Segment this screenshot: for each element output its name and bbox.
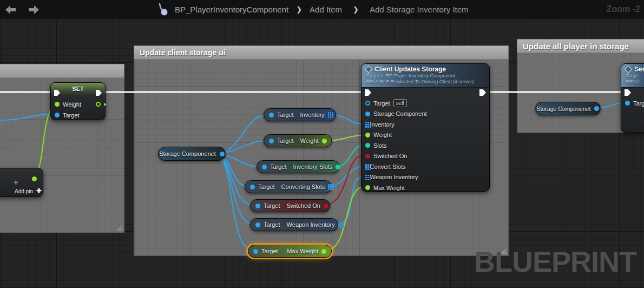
pin-label: Storage Component [373,110,426,117]
pin-row-storage-component: Storage Component [362,109,489,120]
object-pin-icon[interactable] [269,139,274,143]
wire-slots-to-client [337,146,363,167]
add-pin-plus-icon[interactable]: ✚ [36,187,41,194]
array-pin-icon[interactable] [365,164,367,166]
node-subtitle-reliable: RELIABLE Replicated To Owning Client (if… [366,79,485,85]
storage-componenet-variable-node[interactable]: Storage Componenet [158,147,226,161]
output-pin-label: Inventory Slots [293,163,333,170]
function-icon [365,66,372,73]
pin-row-slots: Slots [362,140,489,151]
node-subtitle-target: Targe [626,73,644,79]
pin-label: Inventory [370,121,395,128]
pin-row-weight: Weight [51,99,109,110]
target-pin-label: Target [277,138,294,144]
object-pin-icon[interactable] [269,113,274,117]
breadcrumb-add-storage-inventory-item[interactable]: Add Storage Inventory Item [370,5,469,14]
getter-node-switched-on[interactable]: Target Switched On [250,199,330,212]
chevron-separator-icon: ❯ [296,5,302,14]
float-output-pin-icon[interactable] [322,139,327,143]
add-pin-label[interactable]: Add pin [15,188,33,194]
back-icon[interactable] [5,4,17,15]
int-pin-icon[interactable] [365,143,370,148]
int-output-pin-icon[interactable] [336,165,340,169]
blueprint-graph-canvas[interactable]: Update client storage ui Update all play… [0,0,644,288]
variable-label: Storage Componenet [537,106,591,112]
wire-storage-to-switched-on [217,154,255,206]
float-output-pin-icon[interactable] [321,249,326,254]
node-title: Client Updates Storage [374,66,446,73]
object-pin-icon[interactable] [255,204,260,208]
wire-weight-to-client [326,135,363,141]
exec-out-pin-icon[interactable] [479,89,486,96]
float-pin-icon[interactable] [55,102,60,107]
blueprint-logo-icon [156,3,170,17]
set-weight-node[interactable]: SET Weight Target [50,82,106,120]
output-pin-label: Weapon Inventory [287,221,335,228]
array-pin-icon[interactable] [365,122,367,123]
bool-output-pin-icon[interactable] [324,204,328,208]
pin-row-weapon-inventory: Weapon Inventory [362,172,489,183]
exec-in-pin-icon[interactable] [365,89,371,96]
client-updates-storage-node[interactable]: Client Updates Storage Target is BP Play… [361,63,490,192]
object-pin-icon[interactable] [55,113,60,117]
target-pin-label: Target [261,248,278,254]
output-pin-label: Max Weight [287,248,318,254]
object-pin-icon[interactable] [253,249,258,254]
set-node-title: SET [72,86,83,92]
getter-node-converting-slots[interactable]: Target Converting Slots [245,180,332,193]
node-title: Serve [634,66,644,73]
float-pin-icon[interactable] [365,185,370,190]
pin-label: Switched On [373,153,407,159]
object-pin-icon[interactable] [255,222,260,227]
wire-target-into-set [0,114,52,120]
array-pin-icon[interactable] [328,112,330,114]
server-node[interactable]: Serve Targe RELIA Targe [621,63,644,133]
float-pin-icon[interactable] [365,133,370,138]
pin-row-inventory: Inventory [362,119,489,130]
output-pin-label: Weight [300,138,319,144]
object-pin-icon[interactable] [365,112,370,116]
pin-label: Max Weight [373,185,405,191]
pin-label: Weapon Inventory [370,174,418,180]
storage-componenet-variable-node[interactable]: Storage Componenet [535,102,601,115]
object-self-pin-icon[interactable] [365,101,370,106]
object-output-pin-icon[interactable] [594,106,599,111]
object-pin-icon[interactable] [262,165,267,169]
target-pin-label: Target [264,221,280,228]
target-pin-label: Target [63,112,80,119]
pin-label: Convert Slots [370,163,406,170]
pin-label: Target [373,100,390,107]
getter-node-max-weight[interactable]: Target Max Weight [248,245,332,258]
node-subtitle-reliable: RELIA [626,79,644,85]
object-output-pin-icon[interactable] [220,152,225,156]
object-pin-icon[interactable] [625,101,630,106]
plus-icon: + [14,178,18,187]
function-node-header[interactable]: Client Updates Storage Target is BP Play… [362,64,489,88]
getter-node-inventory[interactable]: Target Inventory [264,108,336,121]
output-pin-label: Inventory [300,112,325,118]
breadcrumb-add-item[interactable]: Add Item [310,5,342,14]
forward-icon[interactable] [28,4,40,15]
float-output-pin-icon[interactable] [96,102,101,107]
pin-row-target: Targe [621,98,644,109]
pin-arrow-icon [104,103,107,106]
array-pin-icon[interactable] [338,222,340,224]
float-output-pin-icon[interactable] [32,176,37,181]
pin-label: Slots [373,142,386,149]
object-pin-icon[interactable] [250,185,255,189]
function-node-header[interactable]: Serve Targe RELIA [621,64,644,88]
output-pin-label: Converting Slots [281,184,325,190]
exec-in-pin-icon[interactable] [625,89,631,96]
breadcrumb-blueprint-name[interactable]: BP_PlayerInventoryComponent [175,5,288,14]
getter-node-inventory-slots[interactable]: Target Inventory Slots [257,160,339,173]
bool-pin-icon[interactable] [365,154,370,159]
getter-node-weight[interactable]: Target Weight [264,134,332,147]
self-badge[interactable]: self [393,99,408,107]
getter-node-weapon-inventory[interactable]: Target Weapon Inventory [250,218,338,231]
chevron-separator-icon: ❯ [353,5,359,14]
array-pin-icon[interactable] [328,184,330,186]
node-subtitle-target: Target is BP Player Inventory Component [366,73,485,79]
target-pin-label: Target [277,112,294,118]
add-pin-node[interactable]: + Add pin ✚ [0,168,43,197]
array-pin-icon[interactable] [365,175,367,176]
